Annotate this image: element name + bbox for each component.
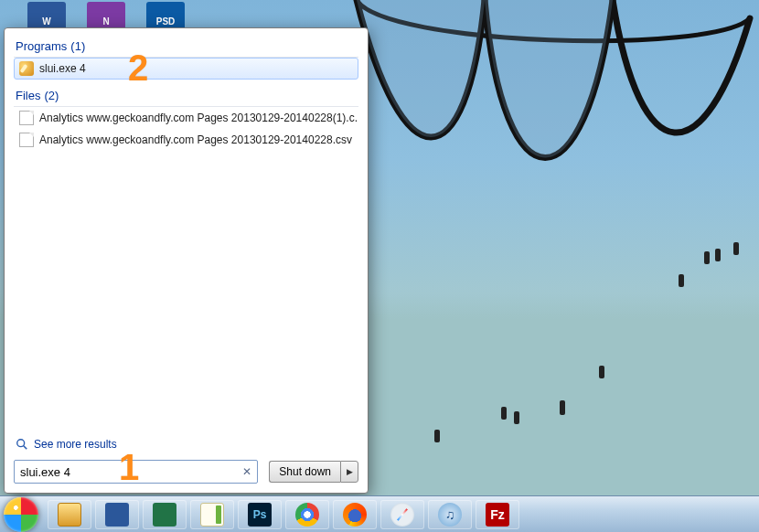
safari-icon bbox=[390, 503, 414, 527]
key-icon bbox=[19, 61, 34, 76]
file-icon bbox=[19, 133, 34, 147]
notepadpp-icon bbox=[200, 503, 224, 527]
category-files-label: Files bbox=[16, 89, 40, 102]
photoshop-icon: Ps bbox=[248, 503, 272, 527]
taskbar-chrome[interactable] bbox=[285, 500, 329, 529]
excel-icon bbox=[153, 503, 176, 527]
taskbar-photoshop[interactable]: Ps bbox=[238, 500, 282, 529]
file-icon bbox=[19, 111, 34, 125]
taskbar: Ps Fz bbox=[0, 495, 759, 532]
shutdown-menu-arrow[interactable]: ▶ bbox=[340, 461, 358, 483]
itunes-icon bbox=[438, 503, 462, 527]
shutdown-button[interactable]: Shut down bbox=[269, 461, 340, 483]
result-label: slui.exe 4 bbox=[39, 62, 86, 75]
search-input-wrapper[interactable]: ✕ bbox=[14, 460, 258, 484]
taskbar-filezilla[interactable]: Fz bbox=[476, 500, 519, 529]
taskbar-word[interactable] bbox=[95, 500, 139, 529]
word-icon bbox=[105, 503, 129, 527]
start-button[interactable] bbox=[4, 497, 38, 532]
result-label: Analytics www.geckoandfly.com Pages 2013… bbox=[39, 133, 352, 146]
search-icon bbox=[16, 438, 28, 451]
taskbar-itunes[interactable] bbox=[428, 500, 472, 529]
taskbar-notepadpp[interactable] bbox=[190, 500, 234, 529]
svg-point-0 bbox=[17, 440, 25, 447]
sculpture-art bbox=[347, 0, 759, 283]
category-files[interactable]: Files (2) bbox=[14, 85, 358, 107]
result-program-0[interactable]: slui.exe 4 bbox=[14, 58, 358, 80]
taskbar-excel[interactable] bbox=[143, 500, 187, 529]
filezilla-icon: Fz bbox=[486, 503, 509, 527]
clear-search-icon[interactable]: ✕ bbox=[241, 465, 253, 478]
svg-line-1 bbox=[24, 446, 27, 450]
taskbar-safari[interactable] bbox=[380, 500, 424, 529]
see-more-label: See more results bbox=[34, 438, 117, 451]
taskbar-firefox[interactable] bbox=[333, 500, 377, 529]
chrome-icon bbox=[295, 503, 319, 527]
search-input[interactable] bbox=[20, 465, 241, 479]
see-more-results[interactable]: See more results bbox=[14, 434, 358, 460]
result-file-0[interactable]: Analytics www.geckoandfly.com Pages 2013… bbox=[14, 107, 358, 129]
taskbar-explorer[interactable] bbox=[48, 500, 91, 529]
category-programs-label: Programs bbox=[16, 39, 67, 53]
firefox-icon bbox=[343, 503, 367, 527]
start-menu-search-panel: Programs (1) slui.exe 4 Files (2) Analyt… bbox=[4, 27, 369, 494]
result-file-1[interactable]: Analytics www.geckoandfly.com Pages 2013… bbox=[14, 129, 358, 151]
category-files-count: (2) bbox=[44, 89, 59, 102]
result-label: Analytics www.geckoandfly.com Pages 2013… bbox=[39, 112, 358, 124]
category-programs[interactable]: Programs (1) bbox=[14, 36, 358, 58]
explorer-icon bbox=[58, 503, 81, 527]
category-programs-count: (1) bbox=[70, 39, 85, 53]
